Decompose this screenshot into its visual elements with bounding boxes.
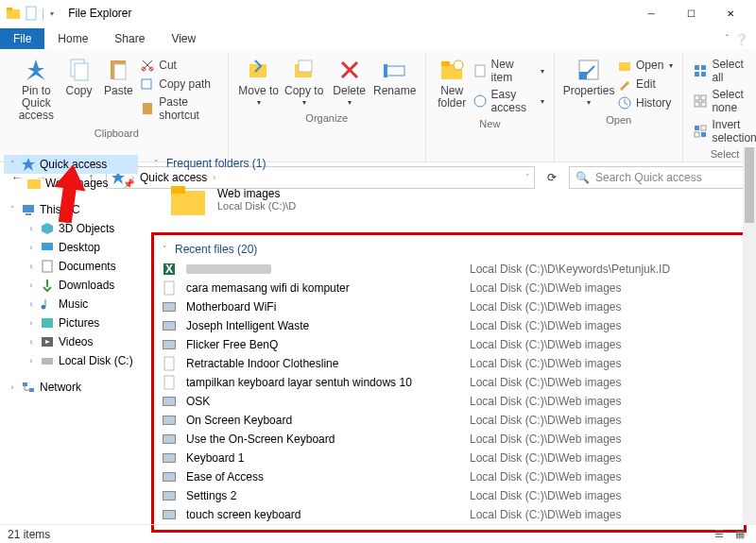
pin-quick-access-button[interactable]: Pin to Quick access bbox=[13, 55, 60, 125]
sidebar-3d-objects[interactable]: ›3D Objects bbox=[4, 219, 138, 238]
copy-path-button[interactable]: Copy path bbox=[138, 76, 219, 93]
paste-shortcut-button[interactable]: Paste shortcut bbox=[138, 94, 219, 123]
svg-rect-17 bbox=[441, 61, 450, 66]
select-all-button[interactable]: Select all bbox=[691, 57, 756, 85]
tab-home[interactable]: Home bbox=[44, 28, 101, 49]
move-to-button[interactable]: Move to▾ bbox=[236, 55, 282, 110]
sidebar-pictures[interactable]: ›Pictures bbox=[4, 314, 138, 332]
file-icon bbox=[162, 450, 177, 466]
delete-button[interactable]: Delete▾ bbox=[327, 55, 372, 110]
app-icon bbox=[6, 6, 21, 21]
new-folder-button[interactable]: New folder bbox=[434, 55, 471, 111]
group-select: Select all Select none Invert selection … bbox=[683, 53, 756, 161]
recent-file-row[interactable]: Ease of AccessLocal Disk (C:)\D\Web imag… bbox=[160, 467, 738, 486]
tab-file[interactable]: File bbox=[0, 28, 44, 49]
sidebar-documents[interactable]: ›Documents bbox=[4, 257, 138, 276]
recent-file-row[interactable]: Motherboard WiFiLocal Disk (C:)\D\Web im… bbox=[160, 297, 738, 316]
help-icon[interactable]: ❔ bbox=[734, 33, 748, 46]
edit-button[interactable]: Edit bbox=[615, 76, 675, 93]
copy-icon bbox=[66, 57, 93, 83]
cut-button[interactable]: Cut bbox=[138, 57, 219, 74]
recent-file-row[interactable]: tampilkan keyboard layar sentuh windows … bbox=[160, 373, 738, 392]
recent-file-row[interactable]: On Screen KeyboardLocal Disk (C:)\D\Web … bbox=[160, 411, 738, 430]
sidebar-web-images[interactable]: Web images📌 bbox=[4, 174, 138, 193]
tab-share[interactable]: Share bbox=[101, 28, 158, 49]
file-icon bbox=[162, 507, 177, 522]
paste-button[interactable]: Paste bbox=[98, 55, 138, 99]
recent-file-row[interactable]: Use the On-Screen KeyboardLocal Disk (C:… bbox=[160, 430, 738, 449]
svg-rect-0 bbox=[7, 9, 20, 19]
copy-to-button[interactable]: Copy to▾ bbox=[282, 55, 327, 110]
folder-path: Local Disk (C:)\D bbox=[217, 200, 296, 212]
sidebar-this-pc[interactable]: ˅This PC bbox=[4, 200, 138, 219]
file-icon bbox=[162, 280, 177, 296]
chevron-down-icon[interactable]: ▾ bbox=[44, 6, 60, 21]
file-path: Local Disk (C:)\D\Web images bbox=[470, 414, 622, 427]
sidebar-network[interactable]: ›Network bbox=[4, 378, 138, 397]
scrollbar-thumb[interactable] bbox=[745, 147, 754, 223]
chevron-down-icon: ˅ bbox=[160, 245, 169, 254]
svg-rect-25 bbox=[695, 65, 699, 70]
invert-selection-button[interactable]: Invert selection bbox=[691, 117, 756, 145]
svg-rect-66 bbox=[163, 435, 175, 443]
minimize-button[interactable]: ─ bbox=[631, 0, 671, 26]
svg-rect-27 bbox=[695, 72, 699, 76]
svg-rect-41 bbox=[43, 261, 52, 272]
ribbon-expand[interactable]: ˆ ❔ bbox=[718, 30, 756, 49]
cut-icon bbox=[140, 58, 155, 73]
details-view-button[interactable]: ☰ bbox=[711, 527, 728, 542]
svg-rect-36 bbox=[695, 132, 699, 137]
svg-rect-29 bbox=[695, 95, 699, 100]
svg-point-18 bbox=[454, 60, 463, 70]
group-organize: Move to▾ Copy to▾ Delete▾ Rename Organiz… bbox=[229, 53, 426, 161]
svg-rect-13 bbox=[299, 60, 312, 72]
sidebar-local-disk[interactable]: ›Local Disk (C:) bbox=[4, 351, 138, 370]
recent-file-row[interactable]: OSKLocal Disk (C:)\D\Web images bbox=[160, 392, 738, 411]
frequent-folders-header[interactable]: ˅ Frequent folders (1) bbox=[151, 155, 747, 178]
recent-file-row[interactable]: Flicker Free BenQLocal Disk (C:)\D\Web i… bbox=[160, 335, 738, 354]
recent-file-row[interactable]: Retractable Indoor ClotheslineLocal Disk… bbox=[160, 354, 738, 373]
recent-file-row[interactable]: touch screen keyboardLocal Disk (C:)\D\W… bbox=[160, 505, 738, 524]
chevron-right-icon: › bbox=[26, 337, 36, 347]
svg-rect-56 bbox=[163, 322, 175, 330]
sidebar-downloads[interactable]: ›Downloads bbox=[4, 276, 138, 295]
file-name: Ease of Access bbox=[186, 470, 460, 484]
sidebar-videos[interactable]: ›Videos bbox=[4, 332, 138, 351]
sidebar-quick-access[interactable]: ˅Quick access bbox=[4, 155, 138, 174]
tab-view[interactable]: View bbox=[158, 28, 209, 49]
sidebar-desktop[interactable]: ›Desktop bbox=[4, 238, 138, 257]
svg-rect-22 bbox=[579, 72, 587, 79]
rename-icon bbox=[382, 57, 408, 83]
sidebar-music[interactable]: ›Music bbox=[4, 295, 138, 314]
copy-button[interactable]: Copy bbox=[60, 55, 99, 99]
svg-point-20 bbox=[474, 95, 486, 107]
recent-file-row[interactable]: cara memasang wifi di komputerLocal Disk… bbox=[160, 279, 738, 297]
icons-view-button[interactable]: ▦ bbox=[731, 527, 748, 542]
recent-file-row[interactable]: Joseph Intelligent WasteLocal Disk (C:)\… bbox=[160, 316, 738, 335]
recent-file-row[interactable]: Keyboard 1Local Disk (C:)\D\Web images bbox=[160, 449, 738, 467]
file-path: Local Disk (C:)\D\Web images bbox=[470, 451, 622, 465]
frequent-folder-item[interactable]: Web images Local Disk (C:)\D bbox=[151, 178, 747, 232]
edit-icon bbox=[617, 76, 632, 92]
easy-access-button[interactable]: Easy access▾ bbox=[471, 87, 546, 115]
select-none-button[interactable]: Select none bbox=[691, 87, 756, 115]
open-button[interactable]: Open▾ bbox=[615, 57, 675, 74]
file-icon bbox=[162, 299, 177, 314]
scrollbar[interactable] bbox=[743, 147, 756, 524]
pc-icon bbox=[21, 202, 36, 217]
svg-rect-74 bbox=[163, 511, 175, 518]
recent-file-row[interactable]: XLocal Disk (C:)\D\Keywords\Petunjuk.ID bbox=[160, 260, 738, 279]
recent-files-header[interactable]: ˅ Recent files (20) bbox=[160, 241, 738, 260]
chevron-right-icon: › bbox=[26, 243, 36, 252]
doc-icon[interactable] bbox=[24, 6, 39, 21]
close-button[interactable]: ✕ bbox=[711, 0, 750, 26]
group-clipboard: Pin to Quick access Copy Paste Cut Copy … bbox=[6, 53, 229, 161]
recent-file-row[interactable]: Settings 2Local Disk (C:)\D\Web images bbox=[160, 486, 738, 505]
rename-button[interactable]: Rename bbox=[372, 55, 418, 99]
properties-button[interactable]: Properties▾ bbox=[562, 55, 615, 110]
new-folder-icon bbox=[438, 57, 465, 83]
new-item-button[interactable]: New item▾ bbox=[471, 57, 546, 85]
maximize-button[interactable]: ☐ bbox=[671, 0, 711, 26]
chevron-down-icon: ˅ bbox=[8, 160, 17, 169]
history-button[interactable]: History bbox=[615, 94, 675, 111]
